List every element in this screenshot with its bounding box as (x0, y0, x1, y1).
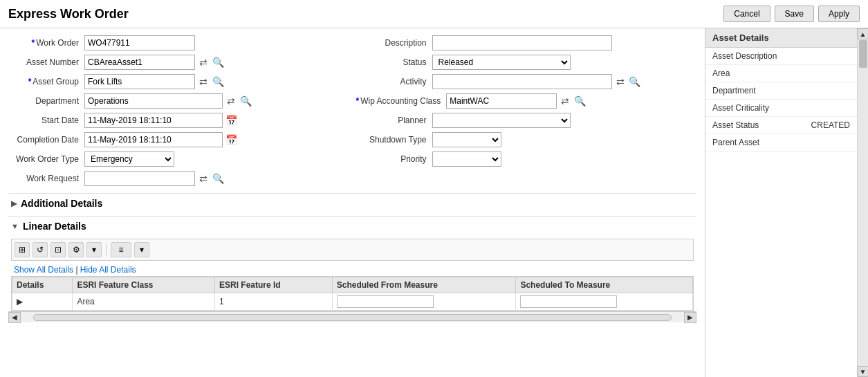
work-request-transfer-icon[interactable]: ⇄ (197, 172, 210, 185)
toolbar-refresh-icon[interactable]: ↺ (33, 242, 48, 257)
cell-esri-class: Area (73, 293, 215, 311)
toolbar-export-icon[interactable]: ⊡ (50, 242, 66, 257)
asset-number-row: Asset Number ⇄ 🔍 (8, 55, 349, 70)
asset-description-row: Asset Description (705, 48, 857, 65)
show-all-link[interactable]: Show All Details (14, 265, 73, 275)
description-label: Description (356, 38, 432, 48)
completion-date-calendar-icon[interactable]: 📅 (225, 134, 237, 146)
description-field (432, 35, 697, 50)
priority-select[interactable] (432, 151, 501, 167)
scrollbar-track[interactable] (33, 314, 672, 321)
wip-search-icon[interactable]: 🔍 (573, 95, 586, 107)
asset-criticality-label: Asset Criticality (712, 103, 769, 113)
scroll-down-arrow[interactable]: ▼ (858, 366, 869, 377)
toolbar-columns-dropdown-icon[interactable]: ▾ (134, 242, 149, 257)
activity-label: Activity (356, 77, 432, 86)
header: Express Work Order Cancel Save Apply (0, 0, 868, 28)
main-content: *Work Order Asset Number ⇄ 🔍 (0, 28, 868, 377)
asset-number-input[interactable] (84, 55, 195, 70)
apply-button[interactable]: Apply (818, 6, 860, 22)
wip-transfer-icon[interactable]: ⇄ (559, 95, 571, 107)
linear-toolbar: ⊞ ↺ ⊡ ⚙ ▾ ≡ ▾ (11, 239, 694, 261)
description-input[interactable] (432, 35, 612, 50)
toolbar-columns-icon[interactable]: ≡ (111, 242, 131, 257)
additional-details-section[interactable]: ▶ Additional Details (8, 193, 696, 213)
toolbar-settings-dropdown-icon[interactable]: ▾ (86, 242, 102, 257)
start-date-input[interactable] (84, 113, 223, 128)
wip-field: ⇄ 🔍 (446, 93, 696, 109)
completion-date-label: Completion Date (8, 135, 84, 145)
v-scroll-thumb[interactable] (859, 40, 867, 68)
shutdown-field (432, 132, 697, 147)
work-order-input[interactable] (84, 35, 195, 50)
work-order-type-select[interactable]: Emergency Preventive Corrective Routine (84, 151, 174, 167)
asset-area-label: Area (712, 68, 730, 78)
department-transfer-icon[interactable]: ⇄ (225, 95, 237, 107)
asset-description-label: Asset Description (712, 51, 777, 61)
start-date-field: 📅 (84, 113, 349, 128)
department-label: Department (8, 96, 84, 106)
activity-transfer-icon[interactable]: ⇄ (614, 75, 627, 88)
col-from-measure: Scheduled From Measure (332, 277, 516, 293)
status-select[interactable]: Released Draft Closed On Hold (432, 55, 571, 70)
toolbar-settings-icon[interactable]: ⚙ (68, 242, 84, 257)
asset-number-transfer-icon[interactable]: ⇄ (197, 56, 210, 68)
work-order-label: *Work Order (8, 38, 84, 48)
horizontal-scrollbar: ◀ ▶ (8, 311, 696, 322)
scroll-up-arrow[interactable]: ▲ (858, 28, 869, 39)
from-measure-input[interactable] (337, 295, 434, 308)
linear-details-header[interactable]: ▼ Linear Details (8, 217, 696, 236)
col-esri-id: ESRI Feature Id (214, 277, 332, 293)
activity-search-icon[interactable]: 🔍 (629, 75, 641, 88)
asset-group-row: *Asset Group ⇄ 🔍 (8, 74, 349, 89)
work-request-row: Work Request ⇄ 🔍 (8, 171, 349, 186)
page: Express Work Order Cancel Save Apply *Wo… (0, 0, 868, 377)
asset-status-row: Asset Status CREATED (705, 117, 857, 134)
asset-group-transfer-icon[interactable]: ⇄ (197, 75, 210, 88)
hide-all-link[interactable]: Hide All Details (80, 265, 136, 275)
vertical-scrollbar: ▲ ▼ (857, 28, 868, 377)
linear-details-section: ▼ Linear Details ⊞ ↺ ⊡ ⚙ ▾ ≡ ▾ Show All … (8, 216, 696, 322)
to-measure-input[interactable] (520, 295, 617, 308)
parent-asset-label: Parent Asset (712, 138, 759, 147)
cell-details: ▶ (12, 293, 73, 311)
parent-asset-row: Parent Asset (705, 134, 857, 151)
work-order-type-field: Emergency Preventive Corrective Routine (84, 151, 349, 167)
department-field: ⇄ 🔍 (84, 93, 349, 109)
save-button[interactable]: Save (775, 6, 814, 22)
work-order-row: *Work Order (8, 35, 349, 50)
department-search-icon[interactable]: 🔍 (239, 95, 252, 107)
completion-date-field: 📅 (84, 132, 349, 147)
right-column: Description Status Released Draft Clos (356, 35, 697, 190)
cell-from-measure (332, 293, 516, 311)
asset-group-field: ⇄ 🔍 (84, 74, 349, 89)
cancel-button[interactable]: Cancel (723, 6, 770, 22)
start-date-calendar-icon[interactable]: 📅 (225, 114, 237, 127)
status-label: Status (356, 57, 432, 67)
wip-input[interactable] (446, 93, 557, 109)
completion-date-input[interactable] (84, 132, 223, 147)
asset-group-input[interactable] (84, 74, 195, 89)
scroll-right-arrow[interactable]: ▶ (684, 312, 696, 323)
department-input[interactable] (84, 93, 223, 109)
start-date-label: Start Date (8, 116, 84, 125)
planner-select[interactable] (432, 113, 571, 128)
toolbar-grid-icon[interactable]: ⊞ (15, 242, 30, 257)
asset-number-search-icon[interactable]: 🔍 (212, 56, 224, 68)
shutdown-select[interactable] (432, 132, 501, 147)
description-row: Description (356, 35, 697, 50)
asset-group-label: *Asset Group (8, 77, 84, 86)
activity-row: Activity ⇄ 🔍 (356, 74, 697, 89)
v-scroll-track[interactable] (858, 39, 868, 366)
completion-date-row: Completion Date 📅 (8, 132, 349, 147)
asset-department-label: Department (712, 86, 756, 95)
scroll-left-arrow[interactable]: ◀ (8, 312, 21, 323)
planner-field (432, 113, 697, 128)
page-title: Express Work Order (8, 7, 129, 21)
work-request-input[interactable] (84, 171, 195, 186)
status-row: Status Released Draft Closed On Hold (356, 55, 697, 70)
activity-input[interactable] (432, 74, 612, 89)
work-request-search-icon[interactable]: 🔍 (212, 172, 224, 185)
asset-status-value: CREATED (811, 120, 850, 130)
asset-group-search-icon[interactable]: 🔍 (212, 75, 224, 88)
